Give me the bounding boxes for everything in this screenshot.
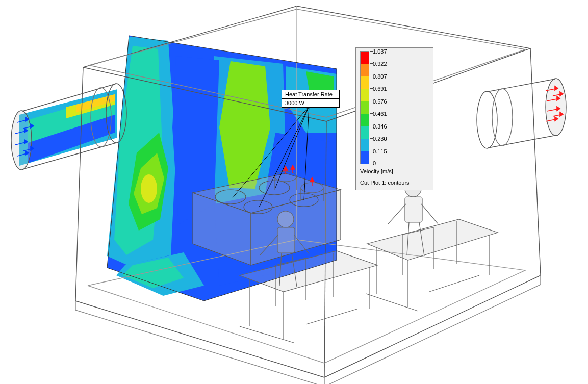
legend-ticks: 1.037 0.922 0.807 0.691 0.576 0.461 0.34… bbox=[373, 51, 400, 163]
legend-tick: 0.576 bbox=[373, 98, 387, 105]
svg-rect-111 bbox=[405, 197, 422, 222]
legend-tick: 0.230 bbox=[373, 136, 387, 142]
workstation-right bbox=[366, 181, 498, 311]
svg-line-112 bbox=[388, 204, 406, 224]
svg-line-113 bbox=[421, 204, 438, 223]
svg-point-51 bbox=[492, 89, 513, 146]
cut-plot-contours bbox=[19, 36, 337, 301]
svg-line-92 bbox=[240, 326, 294, 343]
legend-tick: 0.115 bbox=[373, 148, 387, 155]
legend-tick: 0.807 bbox=[373, 73, 387, 80]
svg-point-5 bbox=[141, 174, 157, 203]
svg-line-93 bbox=[306, 309, 357, 324]
legend-subtitle: Cut Plot 1: contours bbox=[360, 180, 429, 186]
svg-line-108 bbox=[366, 294, 418, 311]
svg-rect-95 bbox=[277, 227, 295, 253]
legend-tick: 0.346 bbox=[373, 123, 387, 130]
svg-line-49 bbox=[487, 79, 555, 92]
legend-tick: 0.691 bbox=[373, 86, 387, 92]
velocity-legend: 1.037 0.922 0.807 0.691 0.576 0.461 0.34… bbox=[355, 47, 433, 190]
legend-title: Velocity [m/s] bbox=[360, 168, 429, 174]
legend-tick: 0.922 bbox=[373, 61, 387, 67]
heat-transfer-callout: Heat Transfer Rate 3000 W bbox=[282, 90, 340, 108]
legend-tick: 1.037 bbox=[373, 48, 387, 55]
svg-point-94 bbox=[277, 211, 294, 227]
svg-marker-103 bbox=[367, 219, 498, 260]
svg-line-22 bbox=[75, 301, 324, 377]
legend-tick: 0 bbox=[373, 160, 376, 166]
cfd-scene bbox=[0, 0, 588, 384]
svg-line-109 bbox=[429, 275, 479, 292]
svg-line-50 bbox=[488, 135, 557, 148]
callout-title: Heat Transfer Rate bbox=[282, 90, 339, 99]
callout-value: 3000 W bbox=[282, 99, 339, 107]
mannequin-right bbox=[388, 181, 438, 275]
legend-tick: 0.461 bbox=[373, 111, 387, 117]
legend-colorbar bbox=[360, 51, 369, 164]
